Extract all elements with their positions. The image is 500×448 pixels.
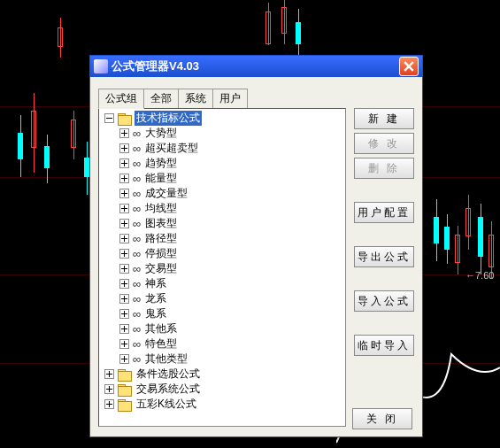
formula-tree[interactable]: 技术指标公式∞大势型∞超买超卖型∞趋势型∞能量型∞成交量型∞均线型∞图表型∞路径… (98, 108, 346, 427)
infinity-icon: ∞ (133, 216, 141, 231)
expand-icon[interactable] (119, 339, 129, 349)
expand-icon[interactable] (119, 279, 129, 289)
tree-node-child[interactable]: ∞龙系 (101, 291, 343, 306)
tab-bar: 公式组 全部 系统 用户 (98, 89, 414, 108)
expand-icon[interactable] (119, 174, 129, 183)
tree-label[interactable]: 图表型 (143, 216, 179, 231)
close-icon[interactable] (399, 57, 419, 76)
expand-icon[interactable] (119, 309, 129, 319)
tree-node-child[interactable]: ∞大势型 (101, 126, 343, 141)
price-label: ←7.60 (465, 270, 494, 281)
tree-label[interactable]: 趋势型 (143, 156, 179, 171)
export-button[interactable]: 导出公式 (354, 246, 414, 267)
user-config-button[interactable]: 用户配置 (354, 202, 414, 223)
expand-icon[interactable] (119, 324, 129, 334)
expand-icon[interactable] (119, 234, 129, 243)
infinity-icon: ∞ (133, 246, 141, 261)
tree-label[interactable]: 均线型 (143, 201, 179, 216)
button-panel: 新 建 修 改 删 除 用户配置 导出公式 导入公式 临时导入 (354, 108, 414, 427)
tree-node-child[interactable]: ∞其他类型 (101, 351, 343, 367)
tree-label[interactable]: 条件选股公式 (135, 367, 202, 382)
import-button[interactable]: 导入公式 (354, 290, 414, 312)
tree-label[interactable]: 能量型 (143, 171, 179, 186)
infinity-icon: ∞ (133, 141, 141, 156)
tree-label[interactable]: 停损型 (143, 246, 179, 261)
new-button[interactable]: 新 建 (354, 108, 414, 129)
tree-label[interactable]: 五彩K线公式 (135, 397, 198, 412)
formula-manager-dialog: 公式管理器V4.03 公式组 全部 系统 用户 技术指标公式∞大势型∞超买超卖型… (89, 55, 423, 437)
tree-label[interactable]: 其他系 (143, 321, 179, 336)
tree-label[interactable]: 成交量型 (143, 186, 189, 201)
expand-icon[interactable] (119, 294, 129, 304)
tree-label[interactable]: 神系 (143, 276, 168, 291)
tree-node-child[interactable]: ∞特色型 (101, 336, 343, 351)
infinity-icon: ∞ (133, 126, 141, 141)
expand-icon[interactable] (119, 128, 129, 138)
tab-all[interactable]: 全部 (143, 89, 179, 108)
infinity-icon: ∞ (133, 351, 141, 367)
expand-icon[interactable] (104, 399, 114, 409)
tree-label[interactable]: 超买超卖型 (143, 141, 200, 156)
tree-label[interactable]: 其他类型 (143, 351, 189, 367)
close-button[interactable]: 关 闭 (352, 408, 412, 429)
tree-node-child[interactable]: ∞鬼系 (101, 306, 343, 321)
tree-node-child[interactable]: ∞神系 (101, 276, 343, 291)
expand-icon[interactable] (119, 264, 129, 274)
tree-label[interactable]: 特色型 (143, 336, 179, 351)
tree-label[interactable]: 技术指标公式 (135, 111, 202, 126)
tree-node-child[interactable]: ∞能量型 (101, 171, 343, 186)
collapse-icon[interactable] (104, 113, 114, 123)
tree-node-root[interactable]: 条件选股公式 (101, 367, 343, 382)
tree-label[interactable]: 鬼系 (143, 306, 168, 321)
tree-node-child[interactable]: ∞成交量型 (101, 186, 343, 201)
expand-icon[interactable] (119, 143, 129, 153)
infinity-icon: ∞ (133, 186, 141, 201)
expand-icon[interactable] (119, 204, 129, 213)
folder-icon (118, 113, 132, 124)
infinity-icon: ∞ (133, 276, 141, 291)
infinity-icon: ∞ (133, 306, 141, 321)
tree-node-child[interactable]: ∞均线型 (101, 201, 343, 216)
infinity-icon: ∞ (133, 201, 141, 216)
folder-icon (118, 384, 132, 395)
infinity-icon: ∞ (133, 261, 141, 276)
expand-icon[interactable] (119, 249, 129, 259)
infinity-icon: ∞ (133, 231, 141, 246)
tree-node-root[interactable]: 技术指标公式 (101, 111, 343, 126)
tree-node-child[interactable]: ∞图表型 (101, 216, 343, 231)
expand-icon[interactable] (119, 189, 129, 198)
temp-import-button[interactable]: 临时导入 (354, 335, 414, 356)
tree-label[interactable]: 路径型 (143, 231, 179, 246)
infinity-icon: ∞ (133, 291, 141, 306)
tree-node-root[interactable]: 五彩K线公式 (101, 397, 343, 412)
infinity-icon: ∞ (133, 171, 141, 186)
tab-system[interactable]: 系统 (178, 89, 213, 108)
delete-button[interactable]: 删 除 (354, 158, 414, 179)
tree-label[interactable]: 龙系 (143, 291, 168, 306)
tree-node-child[interactable]: ∞停损型 (101, 246, 343, 261)
app-icon (94, 59, 108, 73)
tab-formula-group[interactable]: 公式组 (98, 89, 144, 109)
folder-icon (118, 369, 132, 380)
edit-button[interactable]: 修 改 (354, 133, 414, 154)
expand-icon[interactable] (119, 158, 129, 168)
tree-label[interactable]: 交易系统公式 (135, 382, 202, 397)
dialog-title: 公式管理器V4.03 (112, 58, 399, 74)
tree-label[interactable]: 交易型 (143, 261, 179, 276)
tree-node-child[interactable]: ∞路径型 (101, 231, 343, 246)
infinity-icon: ∞ (133, 336, 141, 351)
tree-node-child[interactable]: ∞其他系 (101, 321, 343, 336)
expand-icon[interactable] (104, 369, 114, 379)
tree-node-child[interactable]: ∞交易型 (101, 261, 343, 276)
expand-icon[interactable] (119, 219, 129, 228)
infinity-icon: ∞ (133, 156, 141, 171)
tree-node-root[interactable]: 交易系统公式 (101, 382, 343, 397)
tree-node-child[interactable]: ∞超买超卖型 (101, 141, 343, 156)
tree-node-child[interactable]: ∞趋势型 (101, 156, 343, 171)
infinity-icon: ∞ (133, 321, 141, 336)
tree-label[interactable]: 大势型 (143, 126, 179, 141)
expand-icon[interactable] (119, 354, 129, 364)
expand-icon[interactable] (104, 384, 114, 394)
titlebar[interactable]: 公式管理器V4.03 (90, 56, 422, 77)
tab-user[interactable]: 用户 (212, 89, 248, 108)
